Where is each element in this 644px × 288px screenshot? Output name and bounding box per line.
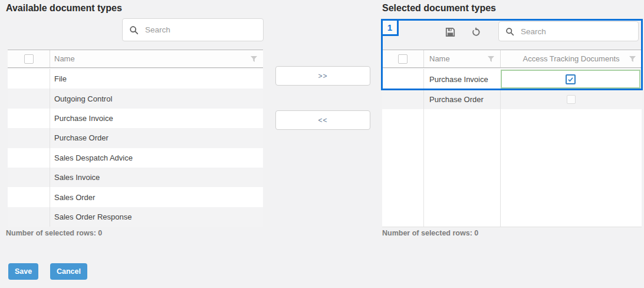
callout-step-badge: 1 xyxy=(381,19,399,36)
row-name: Sales Order Response xyxy=(50,207,263,227)
row-checkbox-cell[interactable] xyxy=(382,69,423,89)
access-tracking-cell[interactable] xyxy=(500,69,642,89)
available-panel-title: Available document types xyxy=(6,3,122,14)
row-name: File xyxy=(50,69,263,89)
cancel-button[interactable]: Cancel xyxy=(50,263,87,280)
filter-icon[interactable] xyxy=(629,55,636,63)
selected-panel-title: Selected document types xyxy=(382,3,496,14)
available-selected-rows-count: Number of selected rows: 0 xyxy=(6,229,102,237)
move-right-button[interactable]: >> xyxy=(275,66,370,86)
available-table-body: File Outgoing Control Purchase Invoice P… xyxy=(8,69,263,227)
available-search-input[interactable] xyxy=(144,25,257,35)
name-column-label: Name xyxy=(429,54,450,63)
name-column-header[interactable]: Name xyxy=(423,50,500,67)
undo-button[interactable] xyxy=(468,25,482,39)
column-divider xyxy=(500,109,501,227)
row-checkbox-cell[interactable] xyxy=(8,128,50,148)
row-name: Purchase Invoice xyxy=(423,69,500,89)
row-checkbox-cell[interactable] xyxy=(8,109,50,128)
available-search-box[interactable] xyxy=(122,18,264,41)
row-checkbox-cell[interactable] xyxy=(8,187,50,207)
filter-icon[interactable] xyxy=(250,55,258,63)
undo-icon xyxy=(471,27,481,37)
selected-table-header: Name Access Tracking Documents xyxy=(382,50,642,68)
name-column-header[interactable]: Name xyxy=(50,50,263,67)
row-checkbox-cell[interactable] xyxy=(8,207,50,227)
row-name: Sales Invoice xyxy=(50,168,263,187)
save-button[interactable]: Save xyxy=(8,263,38,280)
row-checkbox-cell[interactable] xyxy=(8,89,50,108)
table-row[interactable]: Purchase Invoice xyxy=(8,109,263,128)
selected-search-box[interactable] xyxy=(498,21,639,41)
save-icon xyxy=(445,27,455,37)
access-tracking-checkbox-checked[interactable] xyxy=(566,74,576,84)
save-changes-button[interactable] xyxy=(443,25,457,39)
row-name: Outgoing Control xyxy=(50,89,263,108)
table-row[interactable]: Purchase Order xyxy=(382,89,642,109)
selected-selected-rows-count: Number of selected rows: 0 xyxy=(382,229,478,237)
select-all-cell[interactable] xyxy=(382,50,423,67)
table-row[interactable]: Purchase Order xyxy=(8,128,263,148)
access-tracking-checkbox-unchecked[interactable] xyxy=(567,95,576,104)
search-icon xyxy=(129,25,139,35)
table-row[interactable]: Sales Order Response xyxy=(8,207,263,227)
table-row[interactable]: Sales Invoice xyxy=(8,168,263,187)
access-tracking-cell[interactable] xyxy=(500,89,642,109)
table-row[interactable]: Outgoing Control xyxy=(8,89,263,108)
access-tracking-column-header[interactable]: Access Tracking Documents xyxy=(500,50,642,67)
document-types-editor: Available document types Name File Outgo… xyxy=(0,0,644,288)
row-checkbox-cell[interactable] xyxy=(8,69,50,89)
row-checkbox-cell[interactable] xyxy=(8,168,50,187)
row-name: Purchase Order xyxy=(50,128,263,148)
column-divider xyxy=(423,109,424,227)
selected-search-input[interactable] xyxy=(520,27,632,37)
move-left-button[interactable]: << xyxy=(275,110,370,130)
select-all-cell[interactable] xyxy=(8,50,50,67)
row-name: Sales Despatch Advice xyxy=(50,148,263,168)
row-name: Purchase Order xyxy=(423,89,500,109)
table-row[interactable]: Purchase Invoice xyxy=(382,69,642,89)
filter-icon[interactable] xyxy=(487,55,495,63)
row-checkbox-cell[interactable] xyxy=(382,89,423,109)
select-all-checkbox[interactable] xyxy=(398,54,408,64)
selected-table-empty-area xyxy=(382,109,642,227)
table-row[interactable]: File xyxy=(8,69,263,89)
access-tracking-column-label: Access Tracking Documents xyxy=(523,54,619,63)
active-edit-cell[interactable] xyxy=(501,70,640,89)
table-row[interactable]: Sales Order xyxy=(8,187,263,207)
select-all-checkbox[interactable] xyxy=(24,54,34,64)
search-icon xyxy=(505,27,514,36)
row-name: Sales Order xyxy=(50,187,263,207)
table-row[interactable]: Sales Despatch Advice xyxy=(8,148,263,168)
row-name: Purchase Invoice xyxy=(50,109,263,128)
name-column-label: Name xyxy=(54,54,75,63)
available-table-header: Name xyxy=(8,50,263,68)
row-checkbox-cell[interactable] xyxy=(8,148,50,168)
